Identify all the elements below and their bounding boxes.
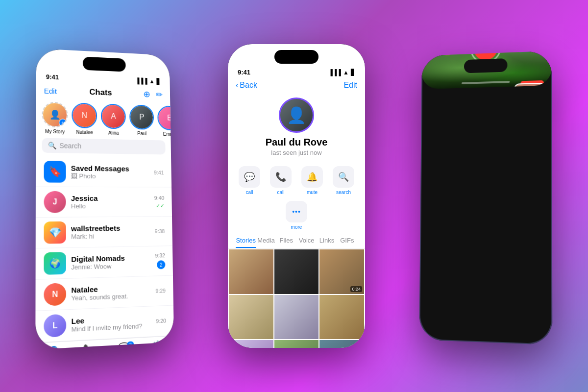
media-cell-1[interactable] xyxy=(229,249,273,294)
tab-media[interactable]: Media xyxy=(256,234,276,248)
tab-stories[interactable]: Stories xyxy=(236,234,256,248)
media-cell-5[interactable] xyxy=(274,295,319,340)
saved-messages-time: 9:41 xyxy=(154,170,164,175)
back-chevron: ‹ xyxy=(236,81,238,90)
compose-icon[interactable]: ✏ xyxy=(156,90,163,100)
natalee-story-avatar: N xyxy=(72,102,97,128)
new-group-icon[interactable]: ⊕ xyxy=(143,89,150,100)
alina-story-label: Alina xyxy=(108,130,119,136)
more-label: more xyxy=(291,224,302,230)
media-cell-6[interactable] xyxy=(319,295,364,340)
wallstreet-preview: Mark: hi xyxy=(71,232,150,240)
back-button[interactable]: ‹ Back xyxy=(236,81,257,90)
tab-contacts[interactable]: 👤 Contacts xyxy=(35,344,71,349)
lee-info: Lee Mind if I invite my friend? xyxy=(72,314,151,333)
calls-icon: 📞 xyxy=(83,343,96,349)
search-placeholder: Search xyxy=(59,142,81,150)
record-stop-shape xyxy=(481,51,490,53)
media-cell-3[interactable]: 0:24 xyxy=(319,249,364,294)
tab-files[interactable]: Files xyxy=(276,234,296,248)
profile-avatar-icon: 👤 xyxy=(287,106,306,124)
jessica-meta: 9:40 ✓✓ xyxy=(154,195,165,209)
lee-avatar: L xyxy=(44,314,66,338)
digital-avatar: 🌍 xyxy=(44,252,66,275)
story-add-btn: + xyxy=(59,119,67,126)
digital-preview: Jennie: Woow xyxy=(71,262,150,271)
flip-camera-button[interactable]: 🔄 xyxy=(515,51,535,57)
tab-voice[interactable]: Voice xyxy=(296,234,317,248)
chat-item-digital[interactable]: 🌍 Digital Nomads Jennie: Woow 9:32 2 xyxy=(36,246,173,280)
time-2: 9:41 xyxy=(238,69,250,76)
story-item-emma[interactable]: E Emma xyxy=(157,105,171,137)
paul-story-label: Paul xyxy=(137,131,147,136)
chats-tab-badge: 2 xyxy=(127,341,134,347)
my-story-label: My Story xyxy=(45,128,65,134)
lee-time: 9:20 xyxy=(156,318,166,324)
wallstreet-avatar: 💎 xyxy=(44,221,66,244)
profile-avatar[interactable]: 👤 xyxy=(279,98,314,133)
phone-story: 9:41 ▐▐▐ ▲ ▋ 🦜 00:02 👤 � xyxy=(419,51,552,345)
media-cell-7[interactable] xyxy=(229,340,273,348)
wallstreet-info: wallstreetbets Mark: hi xyxy=(71,223,150,240)
time-1: 9:41 xyxy=(46,73,59,81)
action-video-call[interactable]: 💬 call xyxy=(237,166,262,195)
jessica-preview: Hello xyxy=(71,202,150,210)
profile-edit-button[interactable]: Edit xyxy=(343,81,357,90)
saved-messages-preview: 🖼 Photo xyxy=(71,172,149,180)
settings-icon: ⚙️ xyxy=(151,340,164,349)
wallstreet-time: 9:38 xyxy=(155,228,165,234)
mute-label: mute xyxy=(307,190,318,195)
alina-story-avatar: A xyxy=(101,103,126,129)
media-grid: 0:24 xyxy=(228,248,365,348)
jessica-time: 9:40 xyxy=(154,195,165,201)
edit-button[interactable]: Edit xyxy=(44,86,57,95)
natalee-info: Natalee Yeah, sounds great. xyxy=(71,283,151,302)
chat-item-saved[interactable]: 🔖 Saved Messages 🖼 Photo 9:41 xyxy=(36,157,172,188)
media-cell-4[interactable] xyxy=(229,295,273,340)
paul-story-avatar: P xyxy=(129,104,154,130)
chat-item-natalee[interactable]: N Natalee Yeah, sounds great. 9:29 xyxy=(35,276,173,311)
tab-settings[interactable]: ⚙️ Settings xyxy=(141,339,174,349)
phone-profile: 9:41 ▐▐▐ ▲ ▋ ‹ Back Edit 👤 Paul du Rove … xyxy=(228,44,365,348)
story-item-mine[interactable]: 👤 + My Story xyxy=(42,101,68,134)
media-cell-2[interactable] xyxy=(274,249,319,294)
flip-icon: 🔄 xyxy=(518,51,532,53)
stories-row: 👤 + My Story N Natalee A Alina P xyxy=(36,99,171,141)
action-more[interactable]: ••• more xyxy=(284,201,309,230)
search-bar[interactable]: 🔍 Search xyxy=(42,138,165,154)
profile-name: Paul du Rove xyxy=(266,137,328,148)
lock-button[interactable]: 🔒 xyxy=(438,51,457,60)
tab-chats[interactable]: 💬 2 Chats xyxy=(106,341,141,350)
my-story-avatar: 👤 + xyxy=(42,101,68,127)
media-duration-3: 0:24 xyxy=(350,286,362,292)
search-profile-label: search xyxy=(336,190,351,195)
video-call-label: call xyxy=(245,190,253,195)
action-mute[interactable]: 🔔 mute xyxy=(299,166,325,195)
story-item-paul[interactable]: P Paul xyxy=(129,104,154,136)
action-buttons: 💬 call 📞 call 🔔 mute 🔍 search ••• more xyxy=(228,162,365,234)
action-voice-call[interactable]: 📞 call xyxy=(268,166,294,195)
story-item-alina[interactable]: A Alina xyxy=(101,103,126,136)
emma-story-label: Emma xyxy=(163,131,171,137)
jessica-info: Jessica Hello xyxy=(71,194,150,210)
lee-meta: 9:20 xyxy=(156,318,166,324)
tab-gifs[interactable]: GIFs xyxy=(337,234,357,248)
wifi-icon-1: ▲ xyxy=(149,78,154,85)
chat-item-wallstreet[interactable]: 💎 wallstreetbets Mark: hi 9:38 xyxy=(36,217,172,248)
chats-title: Chats xyxy=(89,87,112,98)
story-item-natalee[interactable]: N Natalee xyxy=(72,102,97,135)
status-icons-1: ▐▐▐ ▲ ▋ xyxy=(135,77,161,85)
video-call-icon: 💬 xyxy=(239,166,260,188)
media-cell-9[interactable] xyxy=(319,340,364,348)
status-icons-2: ▐▐▐ ▲ ▋ xyxy=(329,69,355,76)
battery-icon-1: ▋ xyxy=(156,78,161,85)
tab-calls[interactable]: 📞 Calls xyxy=(72,343,107,349)
wallstreet-meta: 9:38 xyxy=(155,228,165,234)
chats-action-icons: ⊕ ✏ xyxy=(143,89,163,100)
tab-links[interactable]: Links xyxy=(317,234,337,248)
action-search[interactable]: 🔍 search xyxy=(331,166,356,195)
dynamic-island-2 xyxy=(274,50,318,64)
chat-item-jessica[interactable]: J Jessica Hello 9:40 ✓✓ xyxy=(36,187,172,218)
media-cell-8[interactable] xyxy=(274,340,319,348)
story-pip[interactable]: 👤 xyxy=(514,83,546,89)
